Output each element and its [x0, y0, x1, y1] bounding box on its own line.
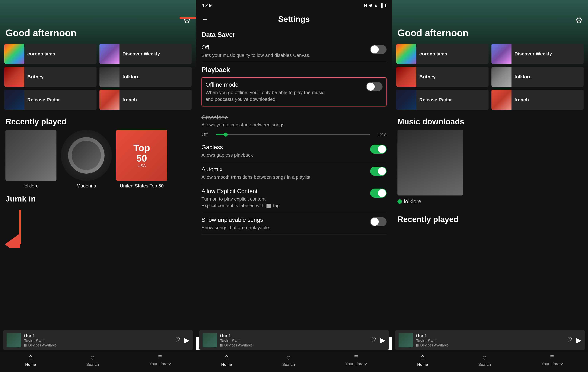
playback-section: Playback: [201, 62, 387, 76]
slider-end-label: 12 s: [374, 132, 387, 137]
playlist-item-folklore[interactable]: folklore: [99, 67, 192, 87]
panel-3: 4:48 Ν ⊖ ▲ ▐ ▮ ⚙ Good afternoon corona j…: [392, 0, 588, 372]
s-nav-home[interactable]: ⌂ Home: [221, 353, 232, 367]
p3-np-album-art: [399, 333, 413, 347]
s-np-device-row: ⊡ Devices Available: [220, 343, 368, 347]
p3-name-french: french: [512, 97, 584, 103]
offline-mode-toggle[interactable]: [366, 82, 383, 91]
jump-back-heading: Jumk in: [0, 189, 196, 203]
playlist-thumb-corona: [4, 44, 24, 64]
s-wifi-icon: ▲: [374, 3, 378, 8]
nav-search[interactable]: ⌕ Search: [86, 353, 99, 367]
p3-name-corona: corona jams: [416, 51, 489, 57]
crossfade-desc: Allows you to crossfade between songs: [201, 122, 387, 128]
explicit-e-tag: E: [266, 204, 271, 208]
unplayable-toggle[interactable]: [370, 217, 387, 226]
p3-thumb-release: [396, 90, 416, 110]
data-saver-text: Off Sets your music quality to low and d…: [201, 44, 367, 58]
folklore-thumb-img: [99, 67, 119, 87]
download-name: folklore: [404, 198, 421, 205]
rp-item-madonna[interactable]: Madonna: [61, 130, 112, 189]
p3-name-britney: Britney: [416, 74, 489, 80]
p3-nav-library[interactable]: ≡ Your Library: [541, 353, 563, 366]
explicit-desc-text3: tag: [273, 203, 280, 208]
settings-title: Settings: [212, 15, 376, 24]
s-nav-search[interactable]: ⌕ Search: [282, 353, 295, 367]
nav-home[interactable]: ⌂ Home: [25, 353, 36, 367]
p3-library-label: Your Library: [541, 361, 563, 366]
p3-nav-home[interactable]: ⌂ Home: [417, 353, 428, 367]
slider-off-label: Off: [201, 132, 212, 137]
p3-playlist-discover[interactable]: Discover Weekly: [492, 44, 584, 64]
devices-icon: ⊡: [24, 343, 27, 347]
automix-toggle[interactable]: [370, 167, 387, 176]
p3-search-label: Search: [478, 362, 491, 367]
download-label-row: folklore: [392, 196, 588, 208]
automix-desc: Allow smooth transitions between songs i…: [201, 174, 329, 180]
heart-icon[interactable]: ♡: [174, 336, 180, 344]
gapless-toggle[interactable]: [370, 145, 387, 154]
unplayable-desc: Show songs that are unplayable.: [201, 224, 329, 231]
nav-library[interactable]: ≡ Your Library: [149, 353, 171, 366]
automix-text: Automix Allow smooth transitions between…: [201, 166, 367, 180]
crossfade-section: Crossfade Allows you to crossfade betwee…: [201, 108, 387, 129]
rp-label-top50: United States Top 50: [116, 183, 167, 189]
p3-thumb-folklore: [492, 67, 512, 87]
p3-playlist-folklore[interactable]: folklore: [492, 67, 584, 87]
settings-time: 4:49: [201, 2, 212, 8]
p3-nav-search[interactable]: ⌕ Search: [478, 353, 491, 367]
p3-playlist-french[interactable]: french: [492, 90, 584, 110]
s-home-icon: ⌂: [224, 353, 229, 361]
p3-play-icon[interactable]: ▶: [576, 336, 581, 344]
s-play-icon[interactable]: ▶: [380, 336, 385, 344]
s-signal-icon: ▐: [380, 3, 383, 8]
s-heart-icon[interactable]: ♡: [370, 336, 376, 344]
p3-playlist-corona[interactable]: corona jams: [396, 44, 489, 64]
settings-now-playing-bar[interactable]: the 1 Taylor Swift ⊡ Devices Available ♡…: [199, 330, 389, 350]
rp-item-top50[interactable]: Top 50 USA United States Top 50: [116, 130, 167, 189]
play-icon[interactable]: ▶: [184, 336, 189, 344]
p3-thumb-corona: [396, 44, 416, 64]
panel-1: 4:49 Ν ⊖ ▲ ▐ ▮ ⚙ Good afternoon corona j…: [0, 0, 196, 372]
explicit-toggle[interactable]: [370, 188, 387, 198]
crossfade-slider[interactable]: [216, 134, 370, 135]
p3-np-device: Devices Available: [420, 343, 449, 347]
p3-np-info: the 1 Taylor Swift ⊡ Devices Available: [416, 333, 563, 347]
playlist-item-discover[interactable]: Discover Weekly: [99, 44, 192, 64]
p3-now-playing-bar[interactable]: the 1 Taylor Swift ⊡ Devices Available ♡…: [395, 330, 585, 350]
bottom-nav: ⌂ Home ⌕ Search ≡ Your Library: [0, 350, 196, 372]
automix-item: Automix Allow smooth transitions between…: [201, 162, 387, 184]
data-saver-section: Data Saver: [201, 27, 387, 41]
data-saver-desc: Sets your music quality to low and disab…: [201, 52, 329, 58]
release-radar-thumb-img: [4, 90, 24, 110]
playlist-name-britney: Britney: [24, 74, 96, 80]
slider-fill: [216, 134, 224, 135]
recently-played-heading: Recently played: [0, 110, 196, 130]
back-button[interactable]: ←: [201, 15, 209, 23]
crossfade-slider-row: Off 12 s: [201, 129, 387, 140]
explicit-item: Allow Explicit Content Turn on to play e…: [201, 184, 387, 213]
p3-playlist-britney[interactable]: Britney: [396, 67, 489, 87]
explicit-desc-line2: Explicit content is labeled with E tag: [201, 202, 329, 209]
np-subtitle-row: Taylor Swift: [24, 339, 171, 343]
s-nav-library[interactable]: ≡ Your Library: [345, 353, 367, 366]
playlist-item-britney[interactable]: Britney: [4, 67, 96, 87]
settings-gear-icon[interactable]: ⚙: [183, 15, 190, 25]
playlist-item-corona[interactable]: corona jams: [4, 44, 96, 64]
p3-top-bar: ⚙: [392, 11, 588, 25]
top-bar: ⚙: [0, 11, 196, 25]
now-playing-bar[interactable]: the 1 Taylor Swift ⊡ Devices Available ♡…: [3, 330, 193, 350]
p3-playlist-release[interactable]: Release Radar: [396, 90, 489, 110]
playlist-item-french[interactable]: french: [99, 90, 192, 110]
data-saver-toggle[interactable]: [370, 45, 387, 54]
s-library-label: Your Library: [345, 361, 367, 366]
rp-thumb-folklore: [5, 130, 56, 181]
p3-np-title: the 1: [416, 333, 563, 339]
rp-item-folklore[interactable]: folklore: [5, 130, 56, 189]
p3-heart-icon[interactable]: ♡: [566, 336, 572, 344]
playlist-item-release-radar[interactable]: Release Radar: [4, 90, 96, 110]
p3-settings-gear-icon[interactable]: ⚙: [576, 15, 583, 25]
home-icon: ⌂: [28, 353, 33, 361]
p3-home-icon: ⌂: [420, 353, 425, 361]
s-nfc-icon: Ν: [364, 3, 367, 8]
